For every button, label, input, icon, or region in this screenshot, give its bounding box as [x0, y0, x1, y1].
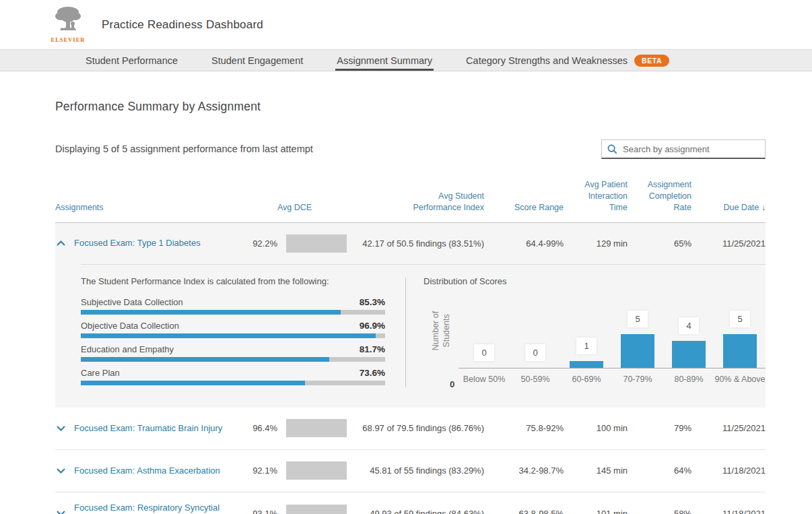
- score-range-value: 75.8-92%: [484, 423, 564, 433]
- assignment-link[interactable]: Focused Exam: Type 1 Diabetes: [74, 237, 201, 249]
- metric-label: Care Plan: [81, 368, 120, 378]
- chevron-down-icon: [57, 511, 65, 514]
- performance-index-value: 68.97 of 79.5 findings (86.76%): [353, 423, 484, 433]
- performance-index-value: 42.17 of 50.5 findings (83.51%): [353, 238, 484, 249]
- due-date-value: 11/25/2021: [691, 423, 766, 433]
- column-header-score-range[interactable]: Score Range: [484, 202, 564, 214]
- tab-bar: Student Performance Student Engagement A…: [0, 49, 812, 71]
- x-axis-tick-label: 70-79%: [612, 375, 663, 384]
- table-header: Assignments Avg DCE Avg Student Performa…: [55, 159, 766, 223]
- elsevier-wordmark: ELSEVIER: [51, 36, 86, 43]
- score-range-value: 64.4-99%: [484, 238, 564, 249]
- avg-dce-value: 96.4%: [240, 423, 277, 433]
- distribution-bar: [672, 341, 706, 368]
- metric-label: Education and Empathy: [81, 344, 174, 354]
- distribution-bar-group: 0: [510, 296, 561, 368]
- header-label: Due Date: [723, 203, 759, 212]
- table-row: Focused Exam: Respiratory Syncytial Viru…: [55, 492, 766, 514]
- due-date-value: 11/18/2021: [691, 509, 766, 514]
- tab-assignment-summary[interactable]: Assignment Summary: [335, 50, 434, 71]
- bar-value-label: 0: [525, 344, 545, 361]
- results-count-text: Displaying 5 of 5 assignment performance…: [55, 139, 313, 154]
- tab-label: Student Engagement: [211, 55, 303, 66]
- distribution-bar-group: 0: [459, 296, 510, 368]
- collapse-row-button[interactable]: [55, 238, 66, 249]
- search-input[interactable]: [623, 144, 759, 154]
- distribution-chart: Number of Students 0 001545 Below 50%50-…: [424, 296, 766, 384]
- y-axis-origin-tick: 0: [450, 379, 454, 389]
- avg-dce-bar: [286, 419, 347, 437]
- distribution-bar: [570, 361, 603, 368]
- tab-student-engagement[interactable]: Student Engagement: [210, 50, 304, 71]
- header-label: Avg Student Performance Index: [402, 191, 484, 214]
- distribution-bar-group: 4: [663, 296, 714, 368]
- header-label: Assignment Completion Rate: [638, 179, 691, 214]
- main-content: Performance Summary by Assignment Displa…: [0, 100, 812, 514]
- metric-bar: [81, 381, 385, 385]
- interaction-time-value: 145 min: [564, 465, 628, 476]
- score-distribution-panel: Distribution of Scores Number of Student…: [406, 276, 766, 391]
- column-header-completion-rate[interactable]: Assignment Completion Rate: [628, 179, 691, 214]
- expand-row-button[interactable]: [55, 423, 66, 434]
- due-date-value: 11/25/2021: [691, 238, 766, 249]
- column-header-interaction-time[interactable]: Avg Patient Interaction Time: [564, 179, 628, 214]
- column-header-performance-index[interactable]: Avg Student Performance Index: [353, 191, 484, 214]
- metric-bar: [81, 333, 385, 338]
- x-axis-tick-label: 90% & Above: [714, 375, 766, 384]
- elsevier-tree-icon: [55, 6, 81, 36]
- completion-rate-value: 65%: [628, 238, 691, 249]
- x-axis-tick-label: 50-59%: [510, 375, 561, 384]
- x-axis-tick-label: 60-69%: [561, 375, 612, 384]
- expand-row-button[interactable]: [55, 508, 66, 514]
- table-row: Focused Exam: Type 1 Diabetes 92.2% 42.1…: [55, 223, 766, 264]
- metric-subjective-data-collection: Subjective Data Collection 85.3%: [81, 297, 385, 315]
- tab-category-strengths[interactable]: Category Strengths and Weaknesses BETA: [465, 50, 671, 71]
- avg-dce-bar: [286, 461, 347, 480]
- x-axis-tick-label: 80-89%: [663, 375, 714, 384]
- bar-value-label: 4: [679, 317, 699, 334]
- metric-care-plan: Care Plan 73.6%: [81, 368, 385, 385]
- app-header: ELSEVIER Practice Readiness Dashboard: [0, 0, 812, 49]
- assignment-search[interactable]: [601, 139, 766, 159]
- score-range-value: 63.8-98.5%: [484, 509, 564, 514]
- column-header-due-date[interactable]: Due Date ↓: [691, 202, 766, 214]
- y-axis-label: Number of Students: [430, 301, 452, 360]
- completion-rate-value: 58%: [628, 509, 691, 514]
- interaction-time-value: 129 min: [564, 238, 628, 249]
- elsevier-logo: ELSEVIER: [50, 6, 86, 43]
- distribution-bar: [723, 334, 757, 368]
- assignment-link[interactable]: Focused Exam: Respiratory Syncytial Viru…: [74, 502, 230, 514]
- search-icon: [607, 144, 617, 154]
- performance-index-value: 45.81 of 55 findings (83.29%): [353, 465, 484, 476]
- metric-label: Objective Data Collection: [81, 321, 179, 331]
- chevron-up-icon: [57, 240, 65, 246]
- metric-value: 85.3%: [360, 297, 385, 307]
- assignment-link[interactable]: Focused Exam: Traumatic Brain Injury: [74, 422, 222, 435]
- interaction-time-value: 101 min: [564, 509, 628, 514]
- metric-education-and-empathy: Education and Empathy 81.7%: [81, 344, 385, 362]
- metric-value: 96.9%: [360, 321, 385, 331]
- score-range-value: 34.2-98.7%: [484, 465, 564, 476]
- header-label: Avg Patient Interaction Time: [579, 179, 628, 214]
- bar-value-label: 1: [576, 338, 597, 354]
- chevron-down-icon: [57, 468, 65, 474]
- avg-dce-value: 92.2%: [240, 238, 277, 249]
- section-title: Performance Summary by Assignment: [55, 100, 766, 114]
- column-header-assignments[interactable]: Assignments: [55, 202, 240, 214]
- metric-label: Subjective Data Collection: [81, 297, 183, 307]
- x-axis-tick-label: Below 50%: [459, 375, 510, 384]
- avg-dce-bar: [286, 505, 347, 514]
- avg-dce-bar: [286, 234, 347, 253]
- completion-rate-value: 79%: [628, 423, 691, 433]
- distribution-bar-group: 5: [714, 296, 766, 368]
- assignment-link[interactable]: Focused Exam: Asthma Exacerbation: [74, 465, 220, 477]
- chart-title: Distribution of Scores: [424, 276, 766, 286]
- sort-descending-icon: ↓: [762, 203, 766, 212]
- bar-value-label: 0: [474, 344, 494, 361]
- avg-dce-value: 92.1%: [240, 465, 277, 476]
- distribution-plot: 001545: [459, 296, 766, 368]
- tab-student-performance[interactable]: Student Performance: [84, 50, 179, 71]
- metric-bar: [81, 310, 385, 315]
- expand-row-button[interactable]: [55, 465, 66, 476]
- column-header-avg-dce[interactable]: Avg DCE: [240, 202, 353, 214]
